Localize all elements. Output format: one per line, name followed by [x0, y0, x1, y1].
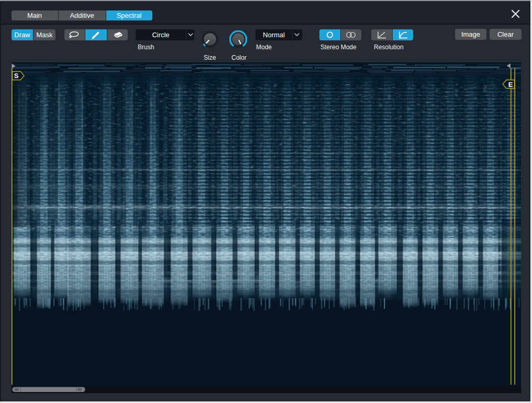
svg-text:E: E	[508, 81, 513, 89]
svg-text:S: S	[14, 72, 19, 80]
